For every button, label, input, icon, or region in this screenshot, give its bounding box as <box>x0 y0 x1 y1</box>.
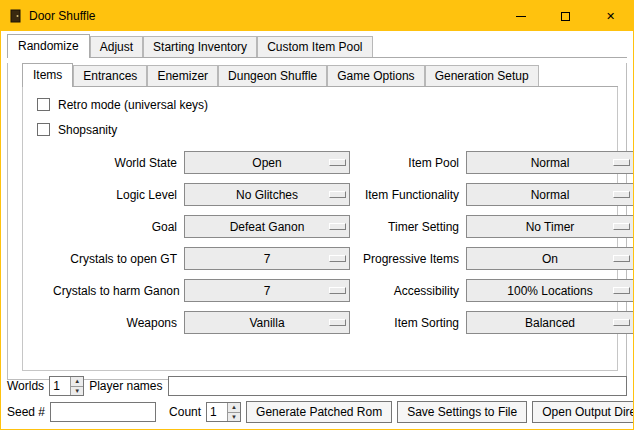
generate-patched-rom-button[interactable]: Generate Patched Rom <box>246 401 392 423</box>
goal-value: Defeat Ganon <box>230 220 305 234</box>
accessibility-dropdown[interactable]: 100% Locations <box>466 279 634 302</box>
minimize-icon <box>516 16 526 17</box>
item-sorting-dropdown[interactable]: Balanced <box>466 311 634 334</box>
inner-tab-bar: Items Entrances Enemizer Dungeon Shuffle… <box>22 63 618 87</box>
weapons-label: Weapons <box>53 316 177 330</box>
shopsanity-row: Shopsanity <box>37 122 617 137</box>
dropdown-indicator-icon <box>613 319 630 326</box>
dropdown-indicator-icon <box>613 191 630 198</box>
dropdown-indicator-icon <box>329 287 346 294</box>
tab-items[interactable]: Items <box>22 63 73 87</box>
dropdown-indicator-icon <box>329 159 346 166</box>
item-pool-dropdown[interactable]: Normal <box>466 151 634 174</box>
items-pane: Retro mode (universal keys) Shopsanity W… <box>22 87 618 371</box>
maximize-button[interactable] <box>543 1 588 31</box>
logic-level-dropdown[interactable]: No Glitches <box>184 183 350 206</box>
randomize-pane: Items Entrances Enemizer Dungeon Shuffle… <box>7 63 627 380</box>
crystals-gt-label: Crystals to open GT <box>53 252 177 266</box>
spin-down-icon[interactable]: ▼ <box>228 412 240 422</box>
tab-custom-item-pool[interactable]: Custom Item Pool <box>257 36 372 57</box>
right-button-group: Save Settings to File Open Output Direct… <box>397 401 634 423</box>
tab-randomize[interactable]: Randomize <box>7 34 90 58</box>
progressive-items-dropdown[interactable]: On <box>466 247 634 270</box>
item-sorting-value: Balanced <box>525 316 575 330</box>
crystals-gt-value: 7 <box>264 252 271 266</box>
logic-level-label: Logic Level <box>53 188 177 202</box>
timer-setting-value: No Timer <box>526 220 575 234</box>
dropdown-indicator-icon <box>613 255 630 262</box>
minimize-button[interactable] <box>498 1 543 31</box>
crystals-gt-dropdown[interactable]: 7 <box>184 247 350 270</box>
dropdown-indicator-icon <box>329 255 346 262</box>
item-pool-label: Item Pool <box>357 156 459 170</box>
worlds-spinner[interactable]: 1 ▲ ▼ <box>49 376 84 396</box>
app-icon <box>10 9 22 23</box>
timer-setting-dropdown[interactable]: No Timer <box>466 215 634 238</box>
worlds-label: Worlds <box>7 379 44 393</box>
tab-adjust[interactable]: Adjust <box>90 36 143 57</box>
shopsanity-label: Shopsanity <box>58 123 117 137</box>
spin-up-icon[interactable]: ▲ <box>228 403 240 412</box>
seed-label: Seed # <box>7 405 45 419</box>
item-pool-value: Normal <box>531 156 570 170</box>
tab-entrances[interactable]: Entrances <box>73 65 147 86</box>
accessibility-label: Accessibility <box>357 284 459 298</box>
worlds-spinner-arrows: ▲ ▼ <box>70 377 83 395</box>
world-state-label: World State <box>53 156 177 170</box>
worlds-value: 1 <box>50 377 70 395</box>
weapons-dropdown[interactable]: Vanilla <box>184 311 350 334</box>
goal-dropdown[interactable]: Defeat Ganon <box>184 215 350 238</box>
goal-label: Goal <box>53 220 177 234</box>
count-spinner-arrows: ▲ ▼ <box>227 403 240 421</box>
dropdown-indicator-icon <box>329 191 346 198</box>
close-button[interactable]: ✕ <box>588 1 633 31</box>
caption-buttons: ✕ <box>498 1 633 31</box>
worlds-row: Worlds 1 ▲ ▼ Player names <box>7 376 627 396</box>
item-functionality-dropdown[interactable]: Normal <box>466 183 634 206</box>
count-spinner[interactable]: 1 ▲ ▼ <box>206 402 241 422</box>
dropdown-indicator-icon <box>613 159 630 166</box>
dropdown-indicator-icon <box>329 319 346 326</box>
world-state-value: Open <box>252 156 281 170</box>
retro-mode-row: Retro mode (universal keys) <box>37 97 617 112</box>
logic-level-value: No Glitches <box>236 188 298 202</box>
item-functionality-value: Normal <box>531 188 570 202</box>
crystals-ganon-dropdown[interactable]: 7 <box>184 279 350 302</box>
world-state-dropdown[interactable]: Open <box>184 151 350 174</box>
dropdown-indicator-icon <box>613 287 630 294</box>
window-title: Door Shuffle <box>29 9 96 23</box>
tab-enemizer[interactable]: Enemizer <box>147 65 218 86</box>
tab-starting-inventory[interactable]: Starting Inventory <box>143 36 257 57</box>
progressive-items-value: On <box>542 252 558 266</box>
outer-tab-bar: Randomize Adjust Starting Inventory Cust… <box>7 34 627 58</box>
dropdown-indicator-icon <box>613 223 630 230</box>
titlebar[interactable]: Door Shuffle ✕ <box>1 1 633 31</box>
save-settings-button[interactable]: Save Settings to File <box>397 401 527 423</box>
spin-down-icon[interactable]: ▼ <box>71 386 83 396</box>
item-functionality-label: Item Functionality <box>357 188 459 202</box>
item-sorting-label: Item Sorting <box>357 316 459 330</box>
crystals-ganon-label: Crystals to harm Ganon <box>53 284 177 298</box>
close-icon: ✕ <box>606 11 615 22</box>
player-names-input[interactable] <box>168 376 628 396</box>
spin-up-icon[interactable]: ▲ <box>71 377 83 386</box>
seed-row: Seed # Count 1 ▲ ▼ Generate Patched Rom … <box>7 401 627 423</box>
progressive-items-label: Progressive Items <box>357 252 459 266</box>
count-value: 1 <box>207 403 227 421</box>
retro-mode-checkbox[interactable] <box>37 98 50 111</box>
player-names-label: Player names <box>89 379 162 393</box>
retro-mode-label: Retro mode (universal keys) <box>58 98 208 112</box>
count-label: Count <box>169 405 201 419</box>
shopsanity-checkbox[interactable] <box>37 123 50 136</box>
crystals-ganon-value: 7 <box>264 284 271 298</box>
bottom-bar: Worlds 1 ▲ ▼ Player names Seed # Count 1… <box>7 376 627 423</box>
tab-dungeon-shuffle[interactable]: Dungeon Shuffle <box>218 65 327 86</box>
dropdown-indicator-icon <box>329 223 346 230</box>
accessibility-value: 100% Locations <box>507 284 592 298</box>
timer-setting-label: Timer Setting <box>357 220 459 234</box>
tab-game-options[interactable]: Game Options <box>327 65 424 86</box>
seed-input[interactable] <box>50 402 156 422</box>
open-output-directory-button[interactable]: Open Output Directory <box>532 401 634 423</box>
weapons-value: Vanilla <box>249 316 284 330</box>
tab-generation-setup[interactable]: Generation Setup <box>425 65 539 86</box>
